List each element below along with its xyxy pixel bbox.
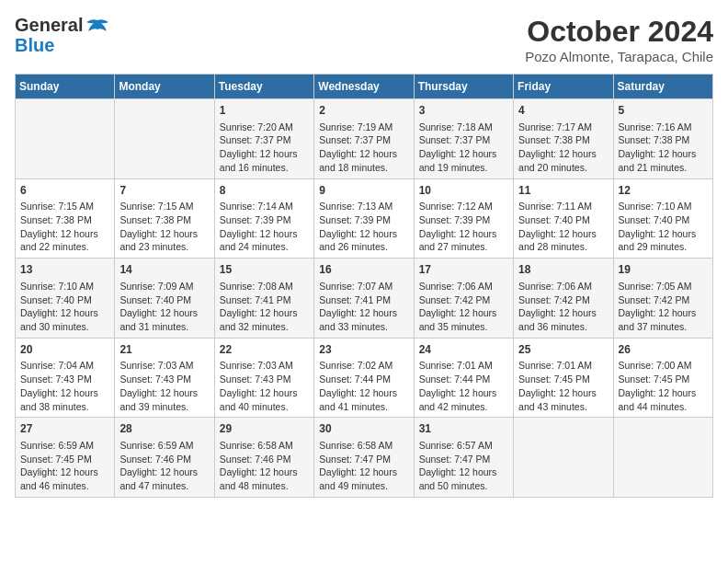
sunset-text: Sunset: 7:38 PM xyxy=(119,213,209,227)
calendar-day-header: Monday xyxy=(115,75,214,99)
day-number: 23 xyxy=(319,342,408,358)
sunset-text: Sunset: 7:45 PM xyxy=(518,373,608,386)
day-number: 13 xyxy=(20,262,109,278)
sunrise-text: Sunrise: 7:01 AM xyxy=(518,359,608,373)
sunset-text: Sunset: 7:42 PM xyxy=(619,293,708,307)
day-number: 17 xyxy=(419,262,508,278)
daylight-text: Daylight: 12 hours and 49 minutes. xyxy=(319,465,408,492)
sunrise-text: Sunrise: 7:11 AM xyxy=(518,200,608,213)
calendar-day-header: Wednesday xyxy=(314,75,414,99)
calendar-day-cell: 16Sunrise: 7:07 AMSunset: 7:41 PMDayligh… xyxy=(314,259,414,339)
sunset-text: Sunset: 7:43 PM xyxy=(220,373,309,386)
sunset-text: Sunset: 7:44 PM xyxy=(319,373,408,386)
calendar-day-cell: 14Sunrise: 7:09 AMSunset: 7:40 PMDayligh… xyxy=(115,259,214,339)
calendar-day-cell: 12Sunrise: 7:10 AMSunset: 7:40 PMDayligh… xyxy=(613,178,712,259)
day-number: 6 xyxy=(20,183,109,199)
sunrise-text: Sunrise: 7:06 AM xyxy=(518,280,608,293)
sunrise-text: Sunrise: 6:59 AM xyxy=(20,439,109,453)
sunrise-text: Sunrise: 6:59 AM xyxy=(119,439,209,453)
calendar-day-cell: 18Sunrise: 7:06 AMSunset: 7:42 PMDayligh… xyxy=(514,259,613,339)
calendar-week-row: 6Sunrise: 7:15 AMSunset: 7:38 PMDaylight… xyxy=(16,178,713,259)
logo: General Blue xyxy=(15,15,110,55)
sunrise-text: Sunrise: 7:09 AM xyxy=(119,280,209,293)
sunset-text: Sunset: 7:42 PM xyxy=(518,293,608,307)
calendar-day-cell: 21Sunrise: 7:03 AMSunset: 7:43 PMDayligh… xyxy=(115,338,214,418)
calendar-day-cell: 19Sunrise: 7:05 AMSunset: 7:42 PMDayligh… xyxy=(613,259,712,339)
calendar-day-header: Tuesday xyxy=(214,75,313,99)
sunrise-text: Sunrise: 7:01 AM xyxy=(419,359,508,373)
day-number: 15 xyxy=(220,262,309,278)
calendar-day-cell xyxy=(115,99,214,179)
calendar-day-header: Thursday xyxy=(414,75,513,99)
sunrise-text: Sunrise: 6:58 AM xyxy=(220,439,309,453)
sunset-text: Sunset: 7:43 PM xyxy=(119,373,209,386)
daylight-text: Daylight: 12 hours and 24 minutes. xyxy=(220,227,309,254)
sunset-text: Sunset: 7:37 PM xyxy=(220,133,309,147)
sunrise-text: Sunrise: 7:05 AM xyxy=(619,280,708,293)
day-number: 25 xyxy=(518,342,608,358)
day-number: 11 xyxy=(518,183,608,199)
calendar-body: 1Sunrise: 7:20 AMSunset: 7:37 PMDaylight… xyxy=(16,99,713,498)
daylight-text: Daylight: 12 hours and 28 minutes. xyxy=(518,227,608,254)
sunset-text: Sunset: 7:39 PM xyxy=(319,213,408,227)
calendar-day-header: Sunday xyxy=(16,75,115,99)
daylight-text: Daylight: 12 hours and 46 minutes. xyxy=(20,465,109,492)
daylight-text: Daylight: 12 hours and 43 minutes. xyxy=(518,386,608,413)
sunrise-text: Sunrise: 7:02 AM xyxy=(319,359,408,373)
calendar-day-cell: 3Sunrise: 7:18 AMSunset: 7:37 PMDaylight… xyxy=(414,99,513,179)
month-title: October 2024 xyxy=(525,15,713,49)
day-number: 27 xyxy=(20,421,109,437)
day-number: 19 xyxy=(619,262,708,278)
calendar-day-cell: 29Sunrise: 6:58 AMSunset: 7:46 PMDayligh… xyxy=(214,418,313,498)
sunrise-text: Sunrise: 7:10 AM xyxy=(20,280,109,293)
daylight-text: Daylight: 12 hours and 37 minutes. xyxy=(619,306,708,333)
sunrise-text: Sunrise: 7:06 AM xyxy=(419,280,508,293)
calendar-day-header: Saturday xyxy=(613,75,712,99)
daylight-text: Daylight: 12 hours and 21 minutes. xyxy=(619,147,708,174)
daylight-text: Daylight: 12 hours and 22 minutes. xyxy=(20,227,109,254)
daylight-text: Daylight: 12 hours and 29 minutes. xyxy=(619,227,708,254)
day-number: 1 xyxy=(220,103,309,119)
calendar-week-row: 1Sunrise: 7:20 AMSunset: 7:37 PMDaylight… xyxy=(16,99,713,179)
sunset-text: Sunset: 7:41 PM xyxy=(220,293,309,307)
calendar-day-cell: 1Sunrise: 7:20 AMSunset: 7:37 PMDaylight… xyxy=(214,99,313,179)
sunset-text: Sunset: 7:38 PM xyxy=(518,133,608,147)
sunrise-text: Sunrise: 6:58 AM xyxy=(319,439,408,453)
calendar-day-cell: 6Sunrise: 7:15 AMSunset: 7:38 PMDaylight… xyxy=(16,178,115,259)
sunrise-text: Sunrise: 7:15 AM xyxy=(119,200,209,213)
sunrise-text: Sunrise: 6:57 AM xyxy=(419,439,508,453)
sunset-text: Sunset: 7:40 PM xyxy=(119,293,209,307)
calendar-header-row: SundayMondayTuesdayWednesdayThursdayFrid… xyxy=(16,75,713,99)
sunset-text: Sunset: 7:39 PM xyxy=(220,213,309,227)
location: Pozo Almonte, Tarapaca, Chile xyxy=(525,49,713,64)
sunrise-text: Sunrise: 7:19 AM xyxy=(319,121,408,134)
day-number: 8 xyxy=(220,183,309,199)
sunrise-text: Sunrise: 7:17 AM xyxy=(518,121,608,134)
day-number: 16 xyxy=(319,262,408,278)
day-number: 18 xyxy=(518,262,608,278)
calendar-day-cell: 31Sunrise: 6:57 AMSunset: 7:47 PMDayligh… xyxy=(414,418,513,498)
daylight-text: Daylight: 12 hours and 36 minutes. xyxy=(518,306,608,333)
sunset-text: Sunset: 7:38 PM xyxy=(20,213,109,227)
calendar-day-cell: 4Sunrise: 7:17 AMSunset: 7:38 PMDaylight… xyxy=(514,99,613,179)
sunset-text: Sunset: 7:37 PM xyxy=(319,133,408,147)
daylight-text: Daylight: 12 hours and 23 minutes. xyxy=(119,227,209,254)
calendar-week-row: 20Sunrise: 7:04 AMSunset: 7:43 PMDayligh… xyxy=(16,338,713,418)
day-number: 2 xyxy=(319,103,408,119)
daylight-text: Daylight: 12 hours and 40 minutes. xyxy=(220,386,309,413)
sunrise-text: Sunrise: 7:12 AM xyxy=(419,200,508,213)
sunset-text: Sunset: 7:47 PM xyxy=(319,453,408,466)
calendar-week-row: 27Sunrise: 6:59 AMSunset: 7:45 PMDayligh… xyxy=(16,418,713,498)
logo-text: General Blue xyxy=(15,15,83,55)
sunrise-text: Sunrise: 7:14 AM xyxy=(220,200,309,213)
day-number: 3 xyxy=(419,103,508,119)
calendar-day-cell: 23Sunrise: 7:02 AMSunset: 7:44 PMDayligh… xyxy=(314,338,414,418)
calendar-week-row: 13Sunrise: 7:10 AMSunset: 7:40 PMDayligh… xyxy=(16,259,713,339)
sunset-text: Sunset: 7:41 PM xyxy=(319,293,408,307)
daylight-text: Daylight: 12 hours and 18 minutes. xyxy=(319,147,408,174)
calendar-day-cell: 11Sunrise: 7:11 AMSunset: 7:40 PMDayligh… xyxy=(514,178,613,259)
sunset-text: Sunset: 7:46 PM xyxy=(220,453,309,466)
sunset-text: Sunset: 7:40 PM xyxy=(518,213,608,227)
day-number: 7 xyxy=(119,183,209,199)
calendar-day-cell: 13Sunrise: 7:10 AMSunset: 7:40 PMDayligh… xyxy=(16,259,115,339)
